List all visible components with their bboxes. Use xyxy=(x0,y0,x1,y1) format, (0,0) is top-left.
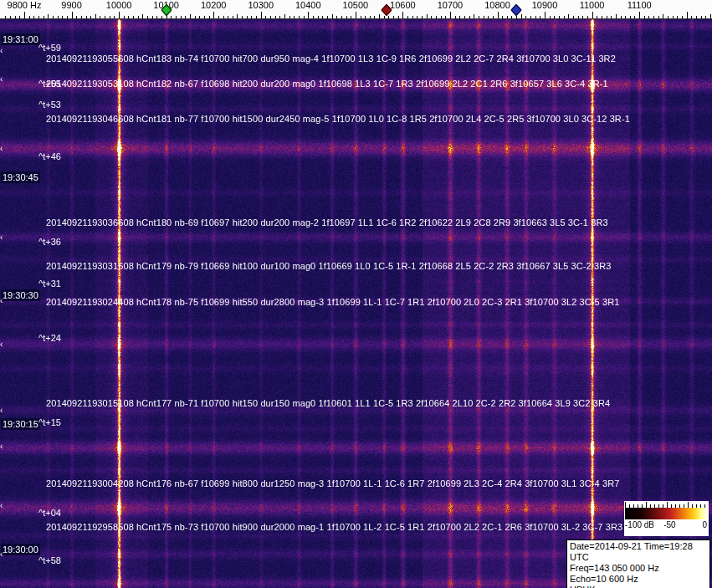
freq-tick xyxy=(58,16,59,18)
freq-tick-label: 10300 xyxy=(248,0,274,10)
freq-tick xyxy=(682,16,683,18)
freq-tick xyxy=(308,12,309,18)
freq-tick xyxy=(554,16,555,18)
freq-tick xyxy=(507,16,508,18)
freq-tick xyxy=(76,16,77,18)
freq-tick xyxy=(525,16,526,18)
freq-tick-label: 10600 xyxy=(390,0,416,10)
freq-tick xyxy=(346,16,347,18)
status-info-box: Date=2014-09-21 Time=19:28 UTC Freq=143 … xyxy=(566,539,710,588)
freq-tick xyxy=(72,12,73,18)
freq-tick xyxy=(142,14,143,18)
freq-tick xyxy=(195,16,196,18)
db-scale-labels: -100 dB -50 0 xyxy=(625,520,708,530)
freq-tick xyxy=(616,14,617,18)
freq-tick xyxy=(630,16,631,18)
freq-tick xyxy=(550,16,551,18)
freq-tick xyxy=(431,16,432,18)
freq-tick-label: 10900 xyxy=(532,0,558,10)
freq-tick xyxy=(511,16,512,18)
freq-tick xyxy=(327,16,328,18)
freq-tick xyxy=(634,16,635,18)
freq-tick xyxy=(691,16,692,18)
freq-tick xyxy=(242,16,243,18)
freq-tick xyxy=(402,12,403,18)
freq-tick xyxy=(592,12,593,18)
spectrogram-display xyxy=(0,18,712,588)
freq-tick-label: 10400 xyxy=(295,0,321,10)
freq-tick-label: 10200 xyxy=(201,0,227,10)
freq-tick xyxy=(658,16,659,18)
db-label-mid: -50 xyxy=(663,520,675,530)
freq-tick-label: 9800 Hz xyxy=(8,0,42,10)
freq-tick xyxy=(710,14,711,18)
freq-tick xyxy=(687,12,688,18)
freq-tick xyxy=(133,16,134,18)
freq-tick xyxy=(445,16,446,18)
freq-tick xyxy=(38,16,39,18)
freq-tick xyxy=(322,16,323,18)
info-echo: Echo=10 600 Hz xyxy=(570,574,707,585)
freq-tick xyxy=(611,16,612,18)
freq-tick xyxy=(412,16,413,18)
freq-tick xyxy=(374,16,375,18)
freq-tick xyxy=(648,16,649,18)
freq-tick xyxy=(498,12,499,18)
freq-tick xyxy=(361,16,361,18)
freq-tick xyxy=(289,16,290,18)
freq-tick xyxy=(427,14,428,18)
freq-tick-label: 10500 xyxy=(343,0,369,10)
freq-tick xyxy=(223,16,224,18)
freq-tick xyxy=(237,14,238,18)
freq-tick xyxy=(209,16,210,18)
freq-tick xyxy=(535,16,536,18)
freq-tick xyxy=(398,16,399,18)
freq-tick xyxy=(228,16,228,18)
freq-tick xyxy=(384,16,385,18)
info-date-time: Date=2014-09-21 Time=19:28 UTC xyxy=(570,541,707,563)
freq-tick xyxy=(185,16,186,18)
freq-tick xyxy=(279,16,280,18)
freq-tick xyxy=(644,16,645,18)
blue-diamond-marker-icon[interactable] xyxy=(511,4,522,16)
freq-tick xyxy=(578,16,579,18)
freq-tick xyxy=(33,16,34,18)
freq-tick xyxy=(270,16,271,18)
freq-tick xyxy=(365,16,366,18)
freq-tick xyxy=(417,16,417,18)
freq-tick xyxy=(587,16,588,18)
freq-tick xyxy=(218,16,219,18)
freq-tick xyxy=(422,16,423,18)
freq-tick xyxy=(156,16,157,18)
freq-tick xyxy=(479,16,479,18)
info-frequency: Freq=143 050 000 Hz xyxy=(570,563,707,574)
freq-tick xyxy=(119,12,120,18)
db-label-min: -100 dB xyxy=(625,520,654,530)
db-scale-ticks xyxy=(625,502,708,508)
freq-tick xyxy=(464,16,465,18)
green-diamond-marker-icon[interactable] xyxy=(161,4,172,16)
freq-tick xyxy=(502,16,503,18)
freq-tick xyxy=(701,16,702,18)
freq-tick-label: 9900 xyxy=(61,0,81,10)
freq-tick xyxy=(677,16,678,18)
freq-tick xyxy=(100,16,100,18)
freq-tick xyxy=(516,16,517,18)
freq-tick xyxy=(114,16,115,18)
freq-tick xyxy=(673,16,674,18)
red-diamond-marker-icon[interactable] xyxy=(381,4,392,16)
freq-tick xyxy=(294,16,295,18)
freq-tick-label: 11100 xyxy=(627,0,652,10)
freq-tick xyxy=(81,16,82,18)
freq-tick xyxy=(5,16,6,18)
freq-tick xyxy=(484,16,484,18)
freq-tick xyxy=(370,16,371,18)
freq-tick xyxy=(124,16,125,18)
freq-tick xyxy=(540,16,540,18)
freq-tick xyxy=(313,16,314,18)
freq-tick xyxy=(459,16,460,18)
freq-tick xyxy=(138,16,139,18)
freq-tick xyxy=(441,16,442,18)
frequency-ruler: 9800 Hz990010000101001020010300104001050… xyxy=(0,0,712,19)
freq-tick xyxy=(128,16,129,18)
